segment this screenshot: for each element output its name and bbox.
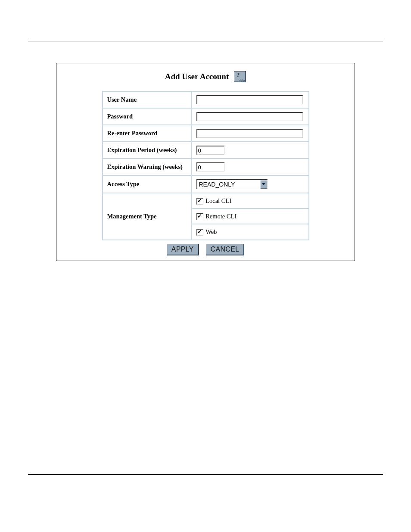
chevron-down-icon [260, 180, 267, 189]
apply-button[interactable]: APPLY [167, 244, 199, 255]
checkbox-local-cli[interactable] [196, 198, 203, 205]
help-icon[interactable]: ? Help [234, 71, 246, 82]
label-reenter-password: Re-enter Password [103, 125, 192, 142]
bottom-rule [28, 474, 383, 475]
checkbox-label-local-cli: Local CLI [206, 197, 231, 204]
checkbox-label-web: Web [206, 229, 217, 236]
expiration-period-input[interactable] [196, 146, 224, 155]
cancel-button[interactable]: CANCEL [206, 244, 245, 255]
label-expiration-period: Expiration Period (weeks) [103, 142, 192, 159]
label-password: Password [103, 108, 192, 125]
password-input[interactable] [196, 112, 303, 121]
expiration-warning-input[interactable] [196, 162, 224, 171]
top-rule [28, 41, 383, 41]
checkbox-remote-cli[interactable] [196, 213, 203, 220]
label-management-type: Management Type [103, 193, 192, 240]
user-name-input[interactable] [196, 95, 303, 104]
svg-marker-0 [262, 183, 265, 185]
add-user-panel: Add User Account ? Help User Name Passwo… [56, 63, 355, 261]
checkbox-label-remote-cli: Remote CLI [206, 213, 237, 220]
label-expiration-warning: Expiration Warning (weeks) [103, 159, 192, 175]
access-type-select[interactable]: READ_ONLY [196, 179, 268, 189]
label-user-name: User Name [103, 91, 192, 108]
page-title: Add User Account [165, 72, 229, 81]
label-access-type: Access Type [103, 175, 192, 193]
user-form-table: User Name Password Re-enter Password Exp… [102, 91, 309, 240]
reenter-password-input[interactable] [196, 129, 303, 138]
access-type-value: READ_ONLY [197, 180, 260, 189]
checkbox-web[interactable] [196, 229, 203, 236]
